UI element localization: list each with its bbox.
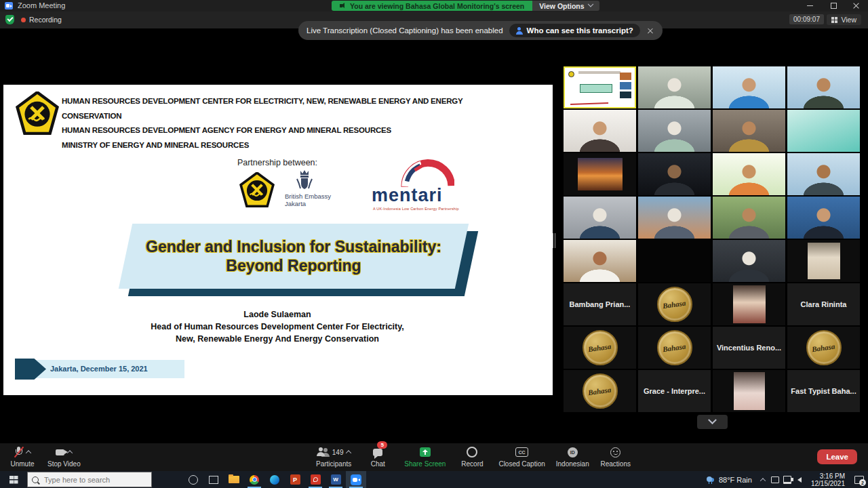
bahasa-logo-tile[interactable]: Bahasa	[787, 327, 860, 369]
view-label: View	[841, 16, 856, 24]
notification-center-button[interactable]: 2	[850, 471, 868, 488]
video-tile[interactable]	[713, 153, 785, 195]
mini-video-2	[620, 82, 631, 89]
word-button[interactable]: W	[326, 471, 346, 488]
tablet-mode-button[interactable]	[769, 471, 781, 488]
video-tile[interactable]	[787, 66, 860, 108]
leave-button[interactable]: Leave	[817, 449, 857, 464]
viewing-screen-text: You are viewing Bahasa Global Monitoring…	[350, 2, 524, 10]
record-button[interactable]: Record	[456, 445, 488, 468]
name-tile[interactable]: Fast Typist Baha...	[787, 370, 860, 412]
screen-share-tile[interactable]	[564, 66, 636, 108]
video-tile[interactable]	[713, 240, 785, 282]
tablet-icon	[771, 476, 779, 483]
date-banner: Jakarta, December 15, 2021	[15, 360, 184, 378]
title-banner: Gender and Inclusion for Sustainability:…	[117, 222, 484, 305]
window-controls	[799, 0, 868, 12]
view-options-label: View Options	[539, 2, 584, 10]
bahasa-logo-icon: Bahasa	[583, 330, 618, 365]
minimize-button[interactable]	[799, 0, 822, 12]
tray-expand-button[interactable]	[757, 471, 769, 488]
toast-close-icon[interactable]	[646, 26, 654, 35]
volume-button[interactable]	[793, 471, 806, 488]
maximize-button[interactable]	[822, 0, 845, 12]
video-tile[interactable]	[638, 197, 711, 239]
unmute-label: Unmute	[10, 460, 34, 468]
name-tile[interactable]: Vincentius Reno...	[713, 327, 785, 369]
bahasa-logo-tile[interactable]: Bahasa	[638, 283, 711, 325]
avatar-photo-tile[interactable]	[713, 283, 785, 325]
person-icon	[516, 27, 523, 34]
video-tile[interactable]	[638, 110, 711, 152]
weather-rain-icon	[706, 476, 715, 483]
zoom-app-button[interactable]	[346, 471, 366, 488]
windows-taskbar: P W 88°F Rain 3:16 PM 12/15/2021 2	[0, 471, 868, 488]
name-tile[interactable]: Clara Rininta	[787, 283, 860, 325]
participant-gallery: Bambang Prian... Bahasa Clara Rininta Ba…	[564, 66, 860, 412]
avatar-photo-tile[interactable]	[787, 240, 860, 282]
bahasa-logo-tile[interactable]: Bahasa	[564, 327, 636, 369]
video-tile[interactable]	[638, 153, 711, 195]
video-tile[interactable]	[713, 66, 785, 108]
security-shield-icon[interactable]	[5, 15, 14, 24]
interpretation-button[interactable]: ID Indonesian	[556, 445, 589, 468]
name-tile[interactable]: Grace - Interpre...	[638, 370, 711, 412]
avatar-photo	[808, 243, 840, 279]
notification-badge: 2	[859, 479, 866, 486]
video-tile-dark[interactable]	[638, 240, 711, 282]
unmute-button[interactable]: Unmute	[7, 445, 38, 468]
video-tile[interactable]	[564, 240, 636, 282]
chrome-button[interactable]	[244, 471, 264, 488]
video-tile[interactable]	[564, 110, 636, 152]
chevron-up-icon[interactable]	[346, 450, 351, 455]
video-tile-sign-interpreter[interactable]	[787, 197, 860, 239]
gallery-scroll-down-button[interactable]	[697, 415, 728, 429]
embassy-name: British Embassy	[285, 192, 339, 200]
avatar-photo-tile[interactable]	[713, 370, 785, 412]
video-tile[interactable]	[638, 66, 711, 108]
chat-button[interactable]: 5 Chat	[362, 445, 393, 468]
weather-widget[interactable]: 88°F Rain	[701, 476, 757, 484]
reactions-button[interactable]: Reactions	[600, 445, 631, 468]
bahasa-logo-tile[interactable]: Bahasa	[564, 370, 636, 412]
close-button[interactable]	[845, 0, 868, 12]
participant-name: Grace - Interpre...	[644, 387, 705, 395]
video-tile[interactable]	[713, 110, 785, 152]
view-layout-button[interactable]: View	[827, 14, 861, 25]
stop-video-button[interactable]: Stop Video	[47, 445, 81, 468]
kemen-esdm-logo	[16, 92, 59, 135]
edge-button[interactable]	[264, 471, 285, 488]
video-tile[interactable]	[787, 153, 860, 195]
task-view-button[interactable]	[203, 471, 224, 488]
bahasa-logo-icon: Bahasa	[657, 330, 692, 365]
closed-caption-button[interactable]: CC Closed Caption	[498, 445, 545, 468]
taskbar-search[interactable]	[27, 472, 152, 487]
participant-name: Clara Rininta	[801, 300, 847, 308]
start-button[interactable]	[0, 471, 27, 488]
name-tile[interactable]: Bambang Prian...	[564, 283, 636, 325]
video-tile[interactable]	[564, 197, 636, 239]
pdf-app-button[interactable]	[305, 471, 326, 488]
toast-action-label: Who can see this transcript?	[527, 26, 633, 35]
bahasa-logo-tile[interactable]: Bahasa	[638, 327, 711, 369]
participant-name: Vincentius Reno...	[717, 344, 781, 352]
who-can-see-transcript-button[interactable]: Who can see this transcript?	[509, 24, 640, 37]
cortana-button[interactable]	[183, 471, 203, 488]
chat-icon	[373, 449, 382, 456]
share-screen-button[interactable]: Share Screen	[404, 445, 446, 468]
taskbar-clock[interactable]: 3:16 PM 12/15/2021	[806, 472, 850, 487]
file-explorer-button[interactable]	[224, 471, 244, 488]
powerpoint-button[interactable]: P	[285, 471, 305, 488]
date-arrow-shape	[15, 359, 46, 380]
gallery-resize-handle[interactable]	[553, 233, 557, 248]
search-icon	[32, 476, 39, 483]
video-tile[interactable]	[713, 197, 785, 239]
speaker-block: Laode Sulaeman Head of Human Resources D…	[3, 308, 551, 345]
chevron-up-icon[interactable]	[25, 450, 31, 455]
view-options-button[interactable]: View Options	[532, 1, 599, 11]
participants-button[interactable]: 149 Participants	[316, 445, 351, 468]
video-tile-sunset-photo[interactable]	[564, 153, 636, 195]
search-input[interactable]	[43, 475, 140, 485]
video-tile-virtual-background[interactable]	[787, 110, 860, 152]
chevron-up-icon[interactable]	[67, 450, 73, 455]
